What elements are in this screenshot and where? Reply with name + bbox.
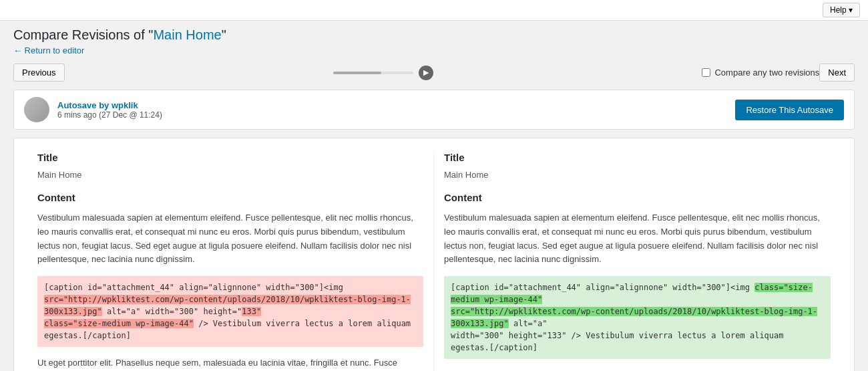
next-button[interactable]: Next xyxy=(819,64,855,82)
diff-columns: Title Main Home Content Vestibulum males… xyxy=(27,152,841,371)
diff-added-block: [caption id="attachment_44" align="align… xyxy=(444,276,831,359)
title-heading-right: Title xyxy=(444,152,831,163)
body-text-left: Vestibulum malesuada sapien at elementum… xyxy=(37,211,423,267)
restore-autosave-button[interactable]: Restore This Autosave xyxy=(735,100,844,120)
slider-track xyxy=(333,72,413,74)
previous-button[interactable]: Previous xyxy=(13,64,65,82)
revision-time: 6 mins ago (27 Dec @ 11:24) xyxy=(57,110,735,120)
slider-fill xyxy=(333,72,381,74)
added-highlight-class: class="size-medium wp-image-44" xyxy=(451,283,813,304)
diff-right-column: Title Main Home Content Vestibulum males… xyxy=(434,152,841,371)
compare-two-revisions-area: Compare any two revisions xyxy=(702,68,819,78)
page-title: Compare Revisions of "Main Home" xyxy=(13,27,855,43)
slider-arrow-button[interactable]: ▶ xyxy=(419,66,433,80)
help-button[interactable]: Help ▾ xyxy=(823,3,860,17)
removed-highlight-class: class="size-medium wp-image-44" xyxy=(44,319,194,328)
return-to-editor-link[interactable]: ← Return to editor xyxy=(13,45,84,55)
diff-left-column: Title Main Home Content Vestibulum males… xyxy=(27,152,434,371)
removed-highlight-src: src="http://wpkliktest.com/wp-content/up… xyxy=(44,295,411,316)
content-heading-right: Content xyxy=(444,192,831,203)
compare-checkbox[interactable] xyxy=(702,68,710,77)
revision-info: Autosave by wpklik 6 mins ago (27 Dec @ … xyxy=(57,100,735,120)
diff-removed-block: [caption id="attachment_44" align="align… xyxy=(37,276,423,347)
left-title-value: Main Home xyxy=(37,170,423,180)
post-title-link[interactable]: Main Home xyxy=(153,27,221,42)
revision-slider[interactable]: ▶ xyxy=(65,66,702,80)
right-title-value: Main Home xyxy=(444,170,831,180)
after-text-left: Ut eget porttitor elit. Phasellus neque … xyxy=(37,356,423,371)
avatar xyxy=(24,97,49,122)
revision-author: Autosave by wpklik xyxy=(57,100,735,110)
compare-label: Compare any two revisions xyxy=(714,68,819,78)
revision-bar: Autosave by wpklik 6 mins ago (27 Dec @ … xyxy=(13,90,855,130)
diff-container: Title Main Home Content Vestibulum males… xyxy=(13,138,855,371)
removed-highlight-height: 133" xyxy=(242,307,261,316)
added-highlight-src: src="http://wpkliktest.com/wp-content/up… xyxy=(451,307,817,328)
avatar-image xyxy=(24,97,49,122)
body-text-right: Vestibulum malesuada sapien at elementum… xyxy=(444,211,831,267)
after-text-right: Ut eget porttitor elit. Phasellus neque … xyxy=(444,368,831,371)
content-heading-left: Content xyxy=(37,192,423,203)
title-heading-left: Title xyxy=(37,152,423,163)
